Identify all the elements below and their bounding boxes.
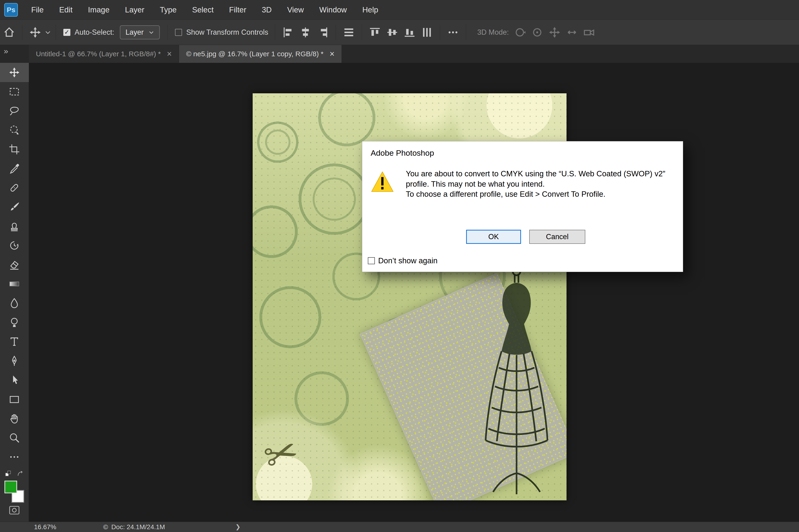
brush-tool[interactable] — [0, 197, 29, 217]
object-selection-tool[interactable] — [0, 120, 29, 140]
tab-label: © ne5.jpg @ 16.7% (Layer 1 copy, RGB/8) … — [186, 50, 323, 58]
lasso-tool[interactable] — [0, 101, 29, 120]
align-bottom-edges-icon[interactable] — [404, 26, 415, 38]
menu-view[interactable]: View — [279, 5, 312, 14]
dialog-message-line-1: You are about to convert to CMYK using t… — [406, 169, 678, 189]
type-tool[interactable] — [0, 332, 29, 351]
dialog-message-line-2: To choose a different profile, use Edit … — [406, 189, 678, 199]
home-icon[interactable] — [3, 26, 15, 38]
close-icon[interactable]: × — [330, 50, 335, 58]
warning-icon — [371, 171, 394, 192]
pen-tool[interactable] — [0, 351, 29, 370]
status-expand-icon[interactable]: ❯ — [235, 523, 240, 531]
status-bar: 16.67% © Doc: 24.1M/24.1M ❯ — [0, 522, 799, 532]
divider — [22, 25, 22, 40]
options-bar: ✓ Auto-Select: Layer Show Transform Cont… — [0, 20, 799, 45]
3d-pan-icon — [549, 26, 560, 38]
copyright-icon: © — [103, 523, 108, 531]
dont-show-again-label: Don’t show again — [378, 256, 438, 265]
auto-select-target-value: Layer — [126, 28, 144, 37]
distribute-horizontal-icon[interactable] — [343, 26, 355, 38]
auto-select-checkbox[interactable]: ✓ — [63, 29, 70, 36]
align-left-edges-icon[interactable] — [282, 26, 294, 38]
foreground-color-swatch[interactable] — [4, 481, 17, 493]
chevron-down-icon[interactable] — [44, 29, 51, 36]
tab-label: Untitled-1 @ 66.7% (Layer 1, RGB/8#) * — [36, 50, 161, 58]
document-size-info: Doc: 24.1M/24.1M — [111, 523, 165, 531]
show-transform-checkbox[interactable] — [175, 29, 182, 36]
dialog-title: Adobe Photoshop — [371, 148, 434, 157]
ok-button[interactable]: OK — [466, 230, 521, 244]
panel-collapse-icon[interactable]: » — [0, 45, 29, 63]
menu-filter[interactable]: Filter — [221, 5, 254, 14]
rectangular-marquee-tool[interactable] — [0, 82, 29, 101]
menu-bar: Ps File Edit Image Layer Type Select Fil… — [0, 0, 799, 20]
crop-tool[interactable] — [0, 140, 29, 159]
rectangle-tool[interactable] — [0, 390, 29, 409]
3d-mode-label: 3D Mode: — [477, 28, 509, 37]
show-transform-label: Show Transform Controls — [186, 28, 268, 37]
cmyk-conversion-dialog: Adobe Photoshop You are about to convert… — [362, 141, 683, 272]
align-vertical-centers-icon[interactable] — [386, 26, 398, 38]
cancel-button[interactable]: Cancel — [529, 230, 585, 244]
clone-stamp-tool[interactable] — [0, 217, 29, 236]
tab-untitled-1[interactable]: Untitled-1 @ 66.7% (Layer 1, RGB/8#) * × — [29, 45, 179, 63]
quick-mask-button[interactable] — [8, 506, 20, 515]
swap-colors-icon[interactable] — [16, 470, 24, 479]
distribute-vertical-icon[interactable] — [421, 26, 433, 38]
dress-form-illustration — [473, 267, 560, 500]
divider — [275, 25, 275, 40]
3d-slide-icon — [566, 26, 578, 38]
default-colors-icon[interactable] — [4, 470, 13, 479]
dialog-message: You are about to convert to CMYK using t… — [406, 169, 678, 199]
gradient-tool[interactable] — [0, 274, 29, 293]
move-tool[interactable] — [0, 63, 29, 82]
menu-select[interactable]: Select — [184, 5, 221, 14]
blur-tool[interactable] — [0, 293, 29, 313]
divider — [440, 25, 440, 40]
menu-help[interactable]: Help — [354, 5, 386, 14]
zoom-level-field[interactable]: 16.67% — [34, 523, 56, 531]
menu-3d[interactable]: 3D — [254, 5, 279, 14]
history-brush-tool[interactable] — [0, 236, 29, 255]
align-right-edges-icon[interactable] — [317, 26, 329, 38]
menu-image[interactable]: Image — [80, 5, 117, 14]
spot-healing-brush-tool[interactable] — [0, 178, 29, 197]
align-horizontal-centers-icon[interactable] — [300, 26, 311, 38]
menu-type[interactable]: Type — [152, 5, 184, 14]
3d-orbit-icon — [514, 26, 526, 38]
tab-ne5-jpg[interactable]: © ne5.jpg @ 16.7% (Layer 1 copy, RGB/8) … — [179, 45, 342, 63]
eraser-tool[interactable] — [0, 255, 29, 274]
auto-select-target-dropdown[interactable]: Layer — [120, 25, 160, 39]
path-selection-tool[interactable] — [0, 370, 29, 390]
photoshop-logo-icon[interactable]: Ps — [4, 3, 18, 17]
hand-tool[interactable] — [0, 409, 29, 428]
document-tab-bar: » Untitled-1 @ 66.7% (Layer 1, RGB/8#) *… — [0, 45, 799, 63]
menu-edit[interactable]: Edit — [51, 5, 80, 14]
edit-toolbar-icon[interactable] — [0, 448, 29, 467]
photoshop-window: Ps File Edit Image Layer Type Select Fil… — [0, 0, 799, 532]
divider — [336, 25, 336, 40]
move-tool-preset-icon[interactable] — [29, 26, 41, 38]
menu-file[interactable]: File — [23, 5, 51, 14]
more-align-options-icon[interactable] — [447, 26, 459, 38]
dodge-tool[interactable] — [0, 313, 29, 332]
auto-select-label: Auto-Select: — [75, 28, 114, 37]
dont-show-again-checkbox[interactable] — [368, 257, 375, 264]
align-top-edges-icon[interactable] — [369, 26, 381, 38]
menu-layer[interactable]: Layer — [117, 5, 152, 14]
color-controls — [0, 470, 29, 515]
zoom-tool[interactable] — [0, 428, 29, 448]
3d-dolly-camera-icon — [583, 26, 595, 38]
3d-roll-icon — [531, 26, 543, 38]
close-icon[interactable]: × — [167, 50, 172, 58]
menu-window[interactable]: Window — [312, 5, 354, 14]
eyedropper-tool[interactable] — [0, 159, 29, 178]
tools-panel — [0, 63, 29, 522]
chevron-down-icon — [148, 29, 154, 35]
